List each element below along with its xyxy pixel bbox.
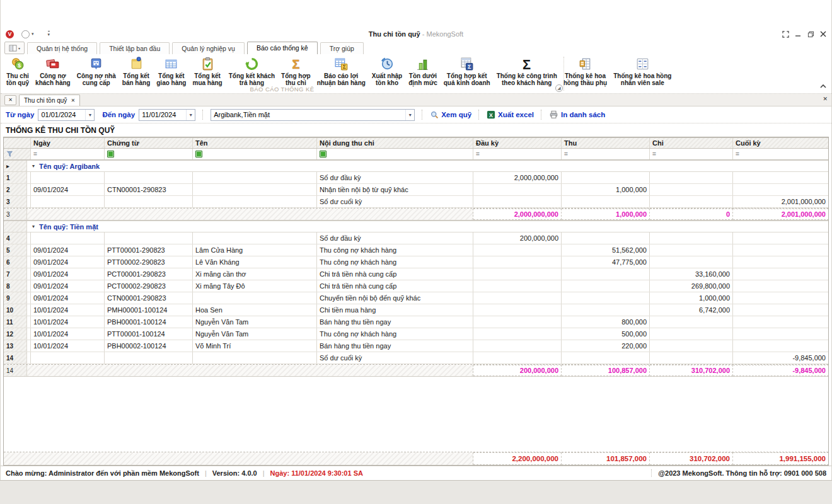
cell: Xi măng Tây Đô — [193, 280, 317, 292]
ribbon-view-button[interactable]: ▾ — [4, 42, 25, 54]
row-number: 2 — [4, 184, 27, 195]
to-date-input[interactable] — [139, 111, 186, 118]
cell — [650, 244, 733, 256]
ribbon-item-xuat-nhap-ton-kho[interactable]: Xuất nhập tồn kho — [369, 55, 405, 86]
ribbon-item-cong-no-khach-hang[interactable]: Công nợ khách hàng — [32, 55, 74, 86]
cell: 09/01/2024 — [31, 256, 105, 268]
table-row[interactable]: 609/01/2024PTT00002-290823Lê Văn KhángTh… — [4, 256, 828, 268]
group-row[interactable]: ▸▾Tên quỹ: Argibank — [4, 160, 828, 172]
group-header-cell[interactable]: ▾Tên quỹ: Argibank — [27, 161, 828, 171]
grid-empty-area — [4, 377, 828, 452]
table-row[interactable]: 209/01/2024CTN00001-290823Nhận tiền nội … — [4, 184, 828, 196]
group-row[interactable]: ▾Tên quỹ: Tiền mặt — [4, 220, 828, 232]
tab-quan-ly-nghiep-vu[interactable]: Quản lý nghiệp vụ — [172, 42, 245, 54]
table-row[interactable]: 3Số dư cuối kỳ2,001,000,000 — [4, 196, 828, 208]
table-row[interactable]: 709/01/2024PCT00001-290823Xi măng cần th… — [4, 268, 828, 280]
row-number: 9 — [4, 292, 27, 304]
ribbon-item-tong-ket-mua-hang[interactable]: Tổng kết mua hàng — [189, 55, 225, 86]
column-header-ten[interactable]: Tên — [193, 138, 317, 148]
from-date-input[interactable] — [38, 111, 85, 118]
export-excel-button[interactable]: X Xuất excel — [487, 110, 534, 119]
column-header-chung-tu[interactable]: Chứng từ — [105, 138, 193, 148]
table-row[interactable]: 1210/01/2024PTT00001-100124Nguyễn Văn Ta… — [4, 328, 828, 340]
cell: 2,000,000,000 — [473, 172, 562, 183]
tab-quan-tri-he-thong[interactable]: Quản trị hệ thống — [27, 42, 97, 54]
close-tab-icon[interactable]: ✕ — [71, 98, 75, 103]
column-header-thu[interactable]: Thu — [562, 138, 650, 148]
group-dialog-launcher-icon[interactable]: ◢ — [555, 84, 563, 92]
table-row[interactable]: 4Số dư đầu kỳ200,000,000 — [4, 232, 828, 244]
close-document-icon[interactable]: ✕ — [823, 96, 828, 102]
cell: 1,000,000 — [562, 184, 650, 195]
ribbon-collapse-icon[interactable] — [820, 80, 826, 91]
ribbon-item-thu-chi-ton-quy[interactable]: $$ Thu chi tồn quỹ — [3, 55, 32, 86]
column-header-chi[interactable]: Chi — [650, 138, 733, 148]
view-fund-button[interactable]: Xem quỹ — [430, 110, 471, 119]
row-number: 3 — [4, 196, 27, 207]
ribbon-item-hoa-hong-thau-phu[interactable]: Thống kê hoa hồng thầu phụ — [560, 55, 610, 86]
cell: Bán hàng thu tiền ngay — [317, 316, 473, 328]
to-date-field[interactable]: ▼ — [139, 109, 195, 121]
filter-cell-noi-dung[interactable] — [317, 149, 473, 159]
ribbon-item-tong-hop-thu-chi[interactable]: Σ Tổng hợp thu chi — [278, 55, 314, 86]
filter-cell-cuoi-ky[interactable]: = — [733, 149, 829, 159]
chevron-down-icon[interactable]: ▼ — [405, 110, 414, 120]
cell — [562, 196, 650, 207]
table-row[interactable]: 1010/01/2024PMH00001-100124Hoa SenChi ti… — [4, 304, 828, 316]
chevron-down-icon[interactable]: ▼ — [85, 110, 94, 120]
ribbon-item-ton-duoi-dinh-muc[interactable]: Tồn dưới định mức — [405, 55, 441, 86]
fullscreen-icon[interactable] — [781, 30, 790, 38]
profit-report-icon: Σ — [333, 56, 349, 72]
close-icon[interactable] — [819, 30, 828, 38]
cell: 200,000,000 — [473, 232, 562, 244]
table-row[interactable]: 1Số dư đầu kỳ2,000,000,000 — [4, 172, 828, 184]
row-number: 8 — [4, 280, 27, 292]
ribbon-item-tong-ket-khach-tra-hang[interactable]: Tổng kết khách trả hàng — [226, 55, 278, 86]
print-list-button[interactable]: In danh sách — [549, 110, 605, 119]
from-date-field[interactable]: ▼ — [38, 109, 95, 121]
table-row[interactable]: 14Số dư cuối kỳ-9,845,000 — [4, 352, 828, 364]
ribbon-item-tong-ket-ban-hang[interactable]: Tổng kết bán hàng — [119, 55, 153, 86]
filter-cell-chi[interactable]: = — [650, 149, 733, 159]
filter-cell-ten[interactable] — [193, 149, 317, 159]
column-header-cuoi-ky[interactable]: Cuối kỳ — [733, 138, 829, 148]
cell — [562, 304, 650, 316]
ribbon-item-bao-cao-loi-nhuan[interactable]: Σ Báo cáo lợi nhuận bán hàng — [314, 55, 369, 86]
collapse-icon[interactable]: ▾ — [32, 163, 35, 169]
tab-thiet-lap-ban-dau[interactable]: Thiết lập ban đầu — [100, 42, 170, 54]
cell: 6,742,000 — [650, 304, 733, 316]
table-row[interactable]: 509/01/2024PTT00001-290823Lâm Cửa HàngTh… — [4, 244, 828, 256]
table-row[interactable]: 809/01/2024PCT00002-290823Xi măng Tây Đô… — [4, 280, 828, 292]
chevron-down-icon[interactable]: ▼ — [186, 110, 195, 120]
ribbon-item-cong-no-nha-cung-cap[interactable]: Công nợ nhà cung cấp — [74, 55, 119, 86]
column-header-dau-ky[interactable]: Đầu kỳ — [473, 138, 562, 148]
fund-select[interactable]: ▼ — [211, 109, 415, 121]
ribbon-tab-strip: ▾ Quản trị hệ thống Thiết lập ban đầu Qu… — [1, 40, 831, 54]
column-header-ngay[interactable]: Ngày — [31, 138, 105, 148]
grand-total-value: 2,200,000,000 — [473, 452, 562, 465]
filter-cell-chung-tu[interactable] — [105, 149, 193, 159]
filter-cell-thu[interactable]: = — [562, 149, 650, 159]
doc-tab-thu-chi-ton-quy[interactable]: Thu chi tồn quỹ ✕ — [19, 94, 80, 106]
cell: Xi măng cần thơ — [193, 268, 317, 280]
filter-cell-ngay[interactable]: = — [31, 149, 105, 159]
table-row[interactable]: 1310/01/2024PBH00002-100124Võ Minh TríBá… — [4, 340, 828, 352]
ribbon-item-hoa-hong-sale[interactable]: Thống kê hoa hồng nhân viên sale — [610, 55, 674, 86]
collapse-icon[interactable]: ▾ — [32, 224, 35, 229]
filter-cell-dau-ky[interactable]: = — [473, 149, 562, 159]
column-header-noi-dung[interactable]: Nội dung thu chi — [317, 138, 473, 148]
restore-icon[interactable] — [806, 30, 815, 38]
cell — [562, 292, 650, 304]
ribbon-item-tong-hop-ket-qua-kinh-doanh[interactable]: Σ Tổng hợp kết quả kinh doanh — [441, 55, 494, 86]
tab-bao-cao-thong-ke[interactable]: Báo cáo thống kê — [247, 42, 318, 54]
tab-tro-giup[interactable]: Trợ giúp — [320, 42, 364, 54]
ribbon-item-thong-ke-cong-trinh[interactable]: Σ Thống kê công trình theo khách hàng — [494, 55, 560, 86]
ribbon-item-tong-ket-giao-hang[interactable]: Tổng kết giao hàng — [153, 55, 189, 86]
fund-input[interactable] — [211, 111, 405, 118]
table-row[interactable]: 1110/01/2024PBH00001-100124Nguyễn Văn Ta… — [4, 316, 828, 328]
close-all-tabs-button[interactable]: ✕ — [4, 95, 16, 105]
minimize-icon[interactable] — [794, 30, 802, 38]
svg-text:Σ: Σ — [342, 64, 345, 70]
group-header-cell[interactable]: ▾Tên quỹ: Tiền mặt — [27, 221, 828, 232]
table-row[interactable]: 909/01/2024CTN00001-290823Chuyển tiền nộ… — [4, 292, 828, 304]
